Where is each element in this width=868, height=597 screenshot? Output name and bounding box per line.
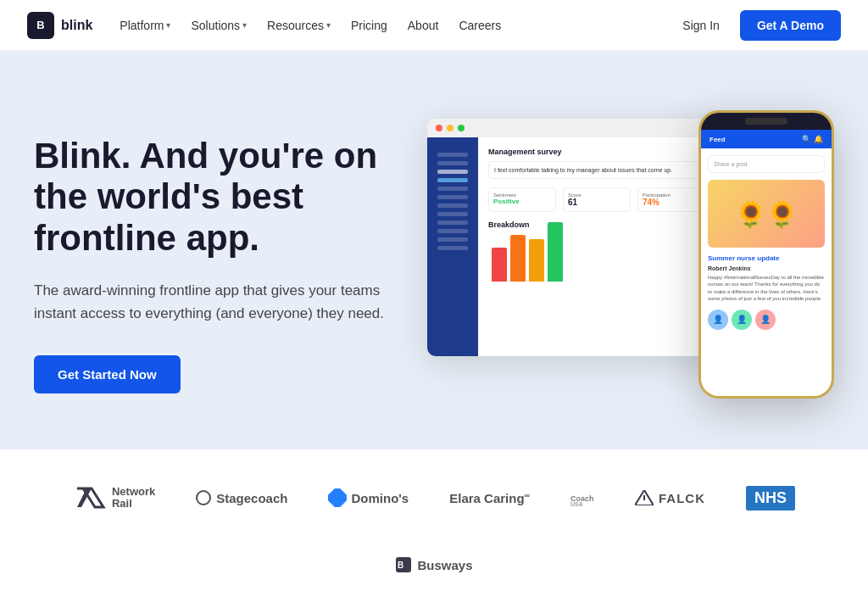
chart-bar <box>548 222 563 282</box>
chart-area <box>488 234 705 285</box>
maximize-dot <box>458 125 465 131</box>
chart-bar <box>492 248 507 282</box>
avatar: 👤 <box>755 310 776 330</box>
logo-stagecoach: Stagecoach <box>196 490 287 505</box>
share-post-input[interactable]: Share a post <box>708 155 825 173</box>
sidebar-item <box>437 187 468 191</box>
logo-icon: B <box>27 12 54 39</box>
close-dot <box>436 125 442 131</box>
logo-busways: B Busways <box>395 556 472 573</box>
dominos-icon <box>328 488 347 507</box>
svg-text:USA: USA <box>570 501 583 506</box>
coachusa-icon: Coach USA <box>570 489 594 506</box>
sidebar-item <box>437 220 468 225</box>
nav-right: Sign In Get A Demo <box>672 10 841 41</box>
survey-title: Management survey <box>488 148 705 156</box>
busways-icon: B <box>395 556 412 573</box>
svg-rect-0 <box>73 480 108 516</box>
sidebar-item <box>437 195 468 199</box>
nav-item-about[interactable]: About <box>399 14 448 37</box>
logo-text: blink <box>61 18 92 33</box>
metric-score: Score 61 <box>563 187 631 212</box>
sidebar-item <box>437 153 468 157</box>
titlebar <box>427 119 715 137</box>
nav-item-pricing[interactable]: Pricing <box>342 14 396 37</box>
nhs-badge: NHS <box>746 486 795 511</box>
phone-mockup: Feed 🔍 🔔 Share a post 🌻🌻 Summer nurse up… <box>698 110 834 399</box>
hero-section: Blink. And you're on the world's best fr… <box>0 51 868 449</box>
svg-rect-3 <box>328 488 347 507</box>
desktop-content: Management survey I feel comfortable tal… <box>478 137 715 356</box>
logo-text: Busways <box>417 558 472 572</box>
sidebar-item <box>437 237 468 242</box>
logo-dominos: Domino's <box>328 488 409 507</box>
post-label: Summer nurse update <box>708 254 825 262</box>
sidebar-item <box>437 229 468 233</box>
sidebar-item <box>437 161 468 165</box>
phone-content: Share a post 🌻🌻 Summer nurse update Robe… <box>701 148 832 337</box>
sidebar-item-active <box>437 178 468 182</box>
logo-text: Stagecoach <box>216 491 287 505</box>
hero-subtext: The award-winning frontline app that giv… <box>34 279 424 325</box>
desktop-mockup: Management survey I feel comfortable tal… <box>427 119 715 356</box>
sidebar-item <box>437 212 468 216</box>
logo-text: FALCK <box>659 491 705 505</box>
nav-left: B blink Platform ▾ Solutions ▾ Resources… <box>27 12 509 39</box>
hero-inner: Blink. And you're on the world's best fr… <box>0 102 868 441</box>
minimize-dot <box>447 125 453 131</box>
hero-text: Blink. And you're on the world's best fr… <box>34 102 424 393</box>
avatar: 👤 <box>732 310 752 330</box>
logos-section: NetworkRail Stagecoach Domino's Elara Ca… <box>0 449 868 597</box>
sign-in-button[interactable]: Sign In <box>672 14 730 37</box>
metric-value: 74% <box>643 198 700 207</box>
logo-text: NetworkRail <box>112 486 155 511</box>
logo-coachusa: Coach USA <box>570 489 594 506</box>
phone-body: Feed 🔍 🔔 Share a post 🌻🌻 Summer nurse up… <box>701 130 832 396</box>
nav-item-platform[interactable]: Platform ▾ <box>111 14 179 37</box>
chevron-down-icon: ▾ <box>242 20 247 30</box>
avatar: 👤 <box>708 310 728 330</box>
phone-header-title: Feed <box>709 136 726 143</box>
breakdown-title: Breakdown <box>488 220 705 229</box>
stagecoach-circle <box>196 490 211 505</box>
nav-item-solutions[interactable]: Solutions ▾ <box>182 14 255 37</box>
nav-item-careers[interactable]: Careers <box>450 14 509 37</box>
logo-text: Elara Caring∞ <box>449 491 530 505</box>
survey-question: I feel comfortable talking to my manager… <box>488 161 705 179</box>
sidebar-item <box>437 204 468 208</box>
chevron-down-icon: ▾ <box>166 20 170 30</box>
hero-images: Management survey I feel comfortable tal… <box>427 102 834 441</box>
metric-sentiment: Sentiment Positive <box>488 187 556 212</box>
navbar: B blink Platform ▾ Solutions ▾ Resources… <box>0 0 868 51</box>
metric-participation: Participation 74% <box>637 187 705 212</box>
logo[interactable]: B blink <box>27 12 92 39</box>
sidebar-nav <box>427 146 478 257</box>
metric-value: Positive <box>493 198 551 205</box>
sidebar-item <box>437 246 468 250</box>
avatar-row: 👤 👤 👤 <box>708 310 825 330</box>
logo-networkrail: NetworkRail <box>73 480 155 516</box>
post-text: Happy #InternationalNursesDay to all the… <box>708 274 825 303</box>
get-demo-button[interactable]: Get A Demo <box>740 10 841 41</box>
falck-icon <box>635 490 654 505</box>
logo-falck: FALCK <box>635 490 705 505</box>
post-author: Robert Jenkins <box>708 265 825 271</box>
sunflower-image: 🌻🌻 <box>735 199 798 229</box>
notch-bar <box>745 118 787 125</box>
sidebar-item <box>437 170 468 174</box>
hero-headline: Blink. And you're on the world's best fr… <box>34 136 424 259</box>
nav-item-resources[interactable]: Resources ▾ <box>259 14 339 37</box>
get-started-button[interactable]: Get Started Now <box>34 355 181 393</box>
chevron-down-icon: ▾ <box>326 20 331 30</box>
metrics-row: Sentiment Positive Score 61 Participatio… <box>488 187 705 212</box>
networkrail-icon <box>73 480 108 516</box>
svg-text:B: B <box>398 561 403 570</box>
logo-nhs: NHS <box>746 486 795 511</box>
desktop-body: Management survey I feel comfortable tal… <box>427 137 715 356</box>
logo-elara: Elara Caring∞ <box>449 491 530 505</box>
chart-bar <box>529 239 544 282</box>
logo-text: Domino's <box>351 491 409 505</box>
post-image: 🌻🌻 <box>708 180 825 248</box>
phone-app-header: Feed 🔍 🔔 <box>701 130 832 148</box>
nav-menu: Platform ▾ Solutions ▾ Resources ▾ Prici… <box>111 14 509 37</box>
